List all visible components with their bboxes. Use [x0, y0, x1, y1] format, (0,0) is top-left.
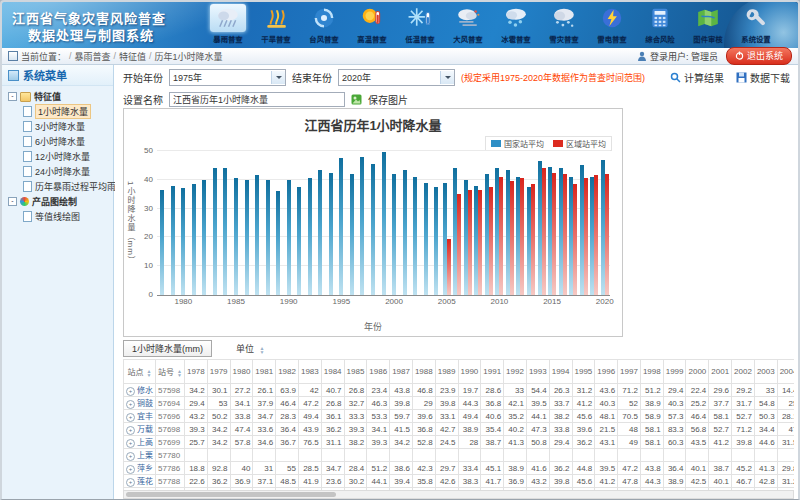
- breadcrumb-item-3[interactable]: 历年1小时降水量: [155, 50, 223, 63]
- sidebar-item-7[interactable]: -产品图绘制: [2, 194, 113, 209]
- start-year-select[interactable]: 1975年: [169, 69, 286, 86]
- sidebar-item-5[interactable]: 24小时降水量: [2, 164, 113, 179]
- col-header-year[interactable]: 1978: [184, 360, 207, 384]
- sort-arrows-icon[interactable]: ▲▼: [147, 369, 152, 377]
- toolbar-item-rain[interactable]: 暴雨普查: [204, 3, 252, 48]
- col-header-year[interactable]: 1991: [481, 360, 504, 384]
- sort-arrows-icon[interactable]: ▲▼: [260, 346, 265, 354]
- scrollbar-thumb[interactable]: [126, 492, 336, 497]
- col-header-year[interactable]: 1981: [253, 360, 276, 384]
- sidebar-item-0[interactable]: -特征值: [2, 89, 113, 104]
- end-year-select[interactable]: 2020年: [338, 69, 455, 86]
- value-cell: 53.3: [367, 410, 390, 423]
- data-table: 站点▲▼站号▲▼19781979198019811982198319841985…: [123, 359, 794, 499]
- calc-result-button[interactable]: 计算结果: [670, 70, 724, 85]
- col-header-year[interactable]: 1982: [276, 360, 299, 384]
- toolbar-item-hightemp[interactable]: 高温普查: [348, 3, 396, 48]
- toolbar-item-typhoon[interactable]: 台风普查: [300, 3, 348, 48]
- col-header-year[interactable]: 1999: [663, 360, 686, 384]
- sidebar-item-4[interactable]: 12小时降水量: [2, 149, 113, 164]
- expand-icon[interactable]: +: [126, 387, 135, 396]
- col-header-station[interactable]: 站点▲▼: [124, 360, 156, 384]
- chart-legend: 国家站平均区域站平均: [485, 136, 612, 151]
- col-header-year[interactable]: 1984: [321, 360, 344, 384]
- expand-icon[interactable]: +: [126, 452, 135, 461]
- setting-name-input[interactable]: [169, 92, 345, 107]
- toolbar-item-wind[interactable]: 大风普查: [444, 3, 492, 48]
- table-panel: 1小时降水量(mm) 单位 ▲▼ 站点▲▼站号▲▼197819791980198…: [123, 340, 794, 499]
- value-cell: 51.2: [367, 462, 390, 475]
- station-name-cell[interactable]: +铜鼓: [124, 397, 156, 410]
- data-download-button[interactable]: 数据下载: [736, 70, 790, 85]
- station-name-cell[interactable]: +莲花: [124, 475, 156, 488]
- toolbar-item-hail[interactable]: 冰雹普查: [492, 3, 540, 48]
- value-cell: 39.3: [344, 423, 367, 436]
- tree-toggle-icon[interactable]: -: [8, 197, 17, 206]
- expand-icon[interactable]: +: [126, 413, 135, 422]
- value-cell: 58.1: [640, 423, 663, 436]
- toolbar-item-snow[interactable]: 雪灾普查: [540, 3, 588, 48]
- col-header-year[interactable]: 1998: [640, 360, 663, 384]
- station-name-cell[interactable]: +万载: [124, 423, 156, 436]
- station-name-cell[interactable]: +宜丰: [124, 410, 156, 423]
- save-image-button[interactable]: 保存图片: [368, 92, 408, 107]
- col-header-year[interactable]: 1996: [595, 360, 618, 384]
- toolbar-item-wrench[interactable]: 系统设置: [732, 3, 780, 48]
- value-cell: 35.2: [504, 410, 527, 423]
- col-header-year[interactable]: 1983: [298, 360, 321, 384]
- toolbar-item-calculator[interactable]: 综合风险: [636, 3, 684, 48]
- unit-button[interactable]: 1小时降水量(mm): [123, 340, 212, 357]
- bar-regional-2011: [510, 181, 514, 295]
- tree-toggle-icon[interactable]: -: [8, 92, 17, 101]
- col-header-year[interactable]: 1995: [572, 360, 595, 384]
- col-header-year[interactable]: 1985: [344, 360, 367, 384]
- col-header-stid[interactable]: 站号▲▼: [156, 360, 185, 384]
- col-header-year[interactable]: 2002: [732, 360, 755, 384]
- breadcrumb-item-2[interactable]: 特征值: [119, 50, 146, 63]
- col-header-year[interactable]: 2003: [754, 360, 777, 384]
- station-name-cell[interactable]: +上栗: [124, 449, 156, 462]
- expand-icon[interactable]: +: [126, 400, 135, 409]
- value-cell: [253, 449, 276, 462]
- sidebar-item-1[interactable]: 1小时降水量: [2, 104, 113, 119]
- station-name-cell[interactable]: +上高: [124, 436, 156, 449]
- col-header-year[interactable]: 1979: [207, 360, 230, 384]
- breadcrumb-item-1[interactable]: 暴雨普查: [75, 50, 111, 63]
- col-header-year[interactable]: 1993: [526, 360, 549, 384]
- col-header-year[interactable]: 1988: [412, 360, 435, 384]
- toolbar-item-map[interactable]: 图件审核: [684, 3, 732, 48]
- value-cell: 26.3: [549, 384, 572, 397]
- location-icon: [8, 51, 18, 61]
- sidebar-item-8[interactable]: 等值线绘图: [2, 209, 113, 224]
- legend-item[interactable]: 区域站平均: [553, 138, 606, 149]
- col-header-year[interactable]: 2001: [709, 360, 732, 384]
- col-header-year[interactable]: 2000: [686, 360, 709, 384]
- col-header-year[interactable]: 1980: [230, 360, 253, 384]
- col-header-year[interactable]: 1987: [390, 360, 413, 384]
- sidebar-item-6[interactable]: 历年暴雨过程平均雨量: [2, 179, 113, 194]
- legend-item[interactable]: 国家站平均: [491, 138, 544, 149]
- col-header-year[interactable]: 1986: [367, 360, 390, 384]
- station-name-cell[interactable]: +修水: [124, 384, 156, 397]
- sort-arrows-icon[interactable]: ▲▼: [177, 369, 182, 377]
- sidebar-item-2[interactable]: 3小时降水量: [2, 119, 113, 134]
- toolbar-item-lightning[interactable]: 雷电普查: [588, 3, 636, 48]
- expand-icon[interactable]: +: [126, 439, 135, 448]
- station-name-cell[interactable]: +萍乡: [124, 462, 156, 475]
- expand-icon[interactable]: +: [126, 426, 135, 435]
- col-header-year[interactable]: 1990: [458, 360, 481, 384]
- col-header-year[interactable]: 2004: [777, 360, 794, 384]
- sidebar-item-3[interactable]: 6小时降水量: [2, 134, 113, 149]
- col-header-year[interactable]: 1997: [618, 360, 641, 384]
- col-header-year[interactable]: 1992: [504, 360, 527, 384]
- col-header-year[interactable]: 1989: [435, 360, 458, 384]
- horizontal-scrollbar[interactable]: [123, 490, 794, 499]
- toolbar-item-lowtemp[interactable]: 低温普查: [396, 3, 444, 48]
- toolbar-item-drought[interactable]: 干旱普查: [252, 3, 300, 48]
- expand-icon[interactable]: +: [126, 478, 135, 487]
- unit-sort-control[interactable]: 单位 ▲▼: [236, 342, 264, 355]
- value-cell: 40.3: [595, 397, 618, 410]
- exit-system-button[interactable]: 退出系统: [726, 47, 792, 65]
- col-header-year[interactable]: 1994: [549, 360, 572, 384]
- expand-icon[interactable]: +: [126, 465, 135, 474]
